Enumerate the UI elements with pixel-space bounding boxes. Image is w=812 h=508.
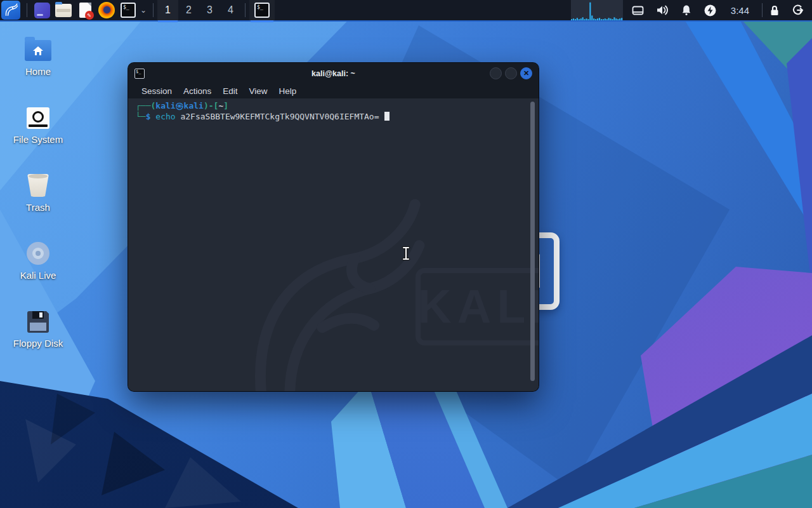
- terminal-icon: $_: [134, 69, 145, 79]
- menu-actions[interactable]: Actions: [178, 85, 217, 97]
- terminal-screen[interactable]: KALI ┌──(kali㉿kali)-[~] └─$ echo a2FsaSB…: [128, 98, 539, 391]
- desktop-icon-kali-live[interactable]: Kali Live: [3, 237, 73, 281]
- launcher-file-manager[interactable]: [55, 1, 72, 20]
- terminal-output: ┌──(kali㉿kali)-[~] └─$ echo a2FsaSBBTEw9…: [136, 100, 390, 122]
- ibeam-cursor: [401, 246, 411, 260]
- workspace-switcher: 1 2 3 4: [157, 0, 241, 21]
- notifications-bell-icon[interactable]: [681, 4, 692, 16]
- workspace-4[interactable]: 4: [220, 0, 241, 21]
- disc-icon: [27, 237, 49, 265]
- firefox-icon: [98, 2, 115, 18]
- kali-dragon-icon: [3, 3, 18, 18]
- lock-screen-icon[interactable]: [769, 4, 780, 17]
- terminal-scrollbar[interactable]: [530, 102, 535, 381]
- menu-edit[interactable]: Edit: [217, 85, 243, 97]
- launcher-app-window[interactable]: [33, 1, 51, 20]
- trash-icon: [27, 169, 49, 197]
- power-manager-icon[interactable]: [704, 4, 716, 17]
- kali-box-watermark: KALI: [416, 268, 539, 345]
- panel-actions: [769, 4, 804, 17]
- desktop-icon-file-system[interactable]: File System: [3, 101, 73, 145]
- chevron-down-icon[interactable]: ⌄: [140, 6, 147, 15]
- workspace-3[interactable]: 3: [199, 0, 220, 21]
- drive-icon: [27, 101, 49, 129]
- menu-session[interactable]: Session: [136, 85, 178, 97]
- top-panel: ✎ $_ ⌄ 1 2 3 4 $_: [0, 0, 812, 22]
- workspace-1[interactable]: 1: [157, 0, 178, 21]
- window-app-icon: [34, 3, 50, 18]
- system-tray: 3:44: [632, 4, 752, 17]
- desktop-icon-trash[interactable]: Trash: [3, 169, 73, 213]
- volume-icon[interactable]: [656, 4, 669, 16]
- launcher-firefox[interactable]: [98, 1, 115, 20]
- applications-menu-button[interactable]: [1, 1, 20, 20]
- folder-icon: [55, 4, 72, 17]
- menu-view[interactable]: View: [244, 85, 273, 97]
- touchpad-icon[interactable]: [632, 5, 644, 16]
- home-folder-icon: [25, 33, 51, 61]
- clock[interactable]: 3:44: [731, 5, 749, 16]
- terminal-menubar: Session Actions Edit View Help: [128, 84, 539, 98]
- maximize-button[interactable]: [505, 67, 517, 79]
- launcher-terminal[interactable]: $_: [119, 1, 137, 20]
- taskbar-button-terminal[interactable]: $_: [249, 0, 275, 21]
- panel-separator: [762, 3, 763, 17]
- terminal-window: $_ kali@kali: ~ ✕ Session Actions Edit V…: [128, 63, 539, 391]
- minimize-button[interactable]: [490, 67, 502, 79]
- desktop-icon-floppy-disk[interactable]: Floppy Disk: [3, 305, 73, 349]
- terminal-icon: $_: [254, 3, 270, 18]
- launcher-text-editor[interactable]: ✎: [76, 1, 94, 20]
- menu-help[interactable]: Help: [273, 85, 303, 97]
- close-button[interactable]: ✕: [520, 67, 532, 79]
- panel-separator: [245, 3, 246, 17]
- workspace-2[interactable]: 2: [178, 0, 199, 21]
- logout-icon[interactable]: [792, 4, 804, 17]
- terminal-cursor: [384, 112, 390, 121]
- panel-separator: [27, 3, 27, 17]
- kali-desktop: KALI Home File System Trash Kali Live: [0, 0, 812, 508]
- desktop-icon-home[interactable]: Home: [3, 33, 73, 77]
- window-title: kali@kali: ~: [128, 69, 539, 78]
- document-edit-icon: ✎: [79, 3, 91, 18]
- window-titlebar[interactable]: $_ kali@kali: ~ ✕: [128, 63, 539, 84]
- floppy-disk-icon: [27, 305, 49, 333]
- system-load-graph[interactable]: [571, 0, 623, 20]
- panel-separator: [153, 3, 154, 17]
- terminal-icon: $_: [121, 3, 136, 18]
